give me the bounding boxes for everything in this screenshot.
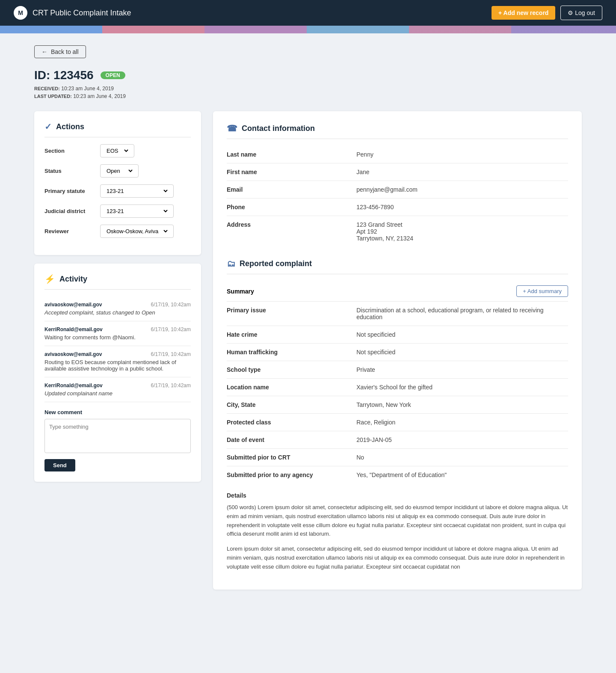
complaint-section-title: 🗂 Reported complaint (227, 259, 568, 274)
record-id-prefix: ID: (34, 68, 50, 82)
actions-icon: ✓ (44, 122, 52, 132)
right-card: ☎ Contact information Last name Penny Fi… (213, 111, 582, 590)
back-arrow-icon: ← (41, 48, 47, 55)
status-select-wrapper[interactable]: Open Closed Pending (100, 164, 139, 178)
activity-item: KerriRonald@email.gov 6/17/19, 10:42am U… (44, 377, 191, 402)
complaint-row: Hate crime Not specificied (227, 326, 568, 344)
contact-label: Last name (227, 146, 356, 163)
complaint-row: School type Private (227, 361, 568, 379)
activity-card: ⚡ Activity avivaoskow@email.gov 6/17/19,… (34, 264, 201, 482)
details-label: Details (227, 492, 568, 499)
activity-time: 6/17/19, 10:42am (151, 326, 191, 332)
add-new-record-button[interactable]: + Add new record (492, 6, 555, 20)
complaint-field-value: Tarrytown, New York (356, 396, 568, 414)
right-column: ☎ Contact information Last name Penny Fi… (213, 111, 582, 590)
app-title: CRT Public Complaint Intake (33, 9, 131, 18)
complaint-field-label: Primary issue (227, 302, 356, 326)
activity-user: KerriRonald@email.gov (44, 326, 103, 332)
activity-text: Updated complainant name (44, 390, 191, 397)
complaint-row: Submitted pior to CRT No (227, 449, 568, 466)
activity-meta: KerriRonald@email.gov 6/17/19, 10:42am (44, 326, 191, 332)
primary-statute-label: Primary statute (44, 188, 100, 194)
status-label: Status (44, 168, 100, 174)
contact-row-address: Address 123 Grand Street Apt 192 Tarryto… (227, 216, 568, 247)
activity-title-text: Activity (59, 275, 87, 284)
complaint-field-label: City, State (227, 396, 356, 414)
complaint-row: Primary issue Discrimination at a school… (227, 302, 568, 326)
status-badge: OPEN (101, 71, 125, 79)
record-id-row: ID: 123456 OPEN (34, 68, 582, 82)
activity-user: KerriRonald@email.gov (44, 382, 103, 388)
activity-time: 6/17/19, 10:42am (151, 382, 191, 388)
complaint-table: Primary issue Discrimination at a school… (227, 302, 568, 483)
complaint-field-value: Race, Religion (356, 414, 568, 431)
section-label: Section (44, 148, 100, 154)
record-id: ID: 123456 (34, 68, 94, 82)
complaint-field-value: No (356, 449, 568, 466)
back-to-all-button[interactable]: ← Back to all (34, 45, 86, 58)
complaint-field-value: Xavier's School for the gifted (356, 379, 568, 396)
details-section: Details (500 words) Lorem ipsum dolor si… (227, 492, 568, 572)
contact-row-firstname: First name Jane (227, 163, 568, 181)
complaint-icon: 🗂 (227, 259, 235, 269)
judicial-district-label: Judicial district (44, 208, 100, 214)
complaint-row: Location name Xavier's School for the gi… (227, 379, 568, 396)
primary-statute-row: Primary statute 123-21 456-78 789-01 (44, 184, 191, 198)
reviewer-select-wrapper[interactable]: Oskow-Oskow, Aviva Smith, John (100, 225, 174, 238)
section-select[interactable]: EOS CRT Other (105, 147, 130, 154)
color-bar (0, 26, 616, 33)
activity-user: avivaoskow@email.gov (44, 351, 102, 357)
complaint-field-label: Submitted prior to any agency (227, 466, 356, 484)
complaint-row: Date of event 2019-JAN-05 (227, 431, 568, 449)
contact-icon: ☎ (227, 123, 237, 133)
activity-item: avivaoskow@email.gov 6/17/19, 10:42am Ro… (44, 346, 191, 377)
complaint-field-value: Not specificied (356, 344, 568, 361)
left-column: ✓ Actions Section EOS CRT Other Status (34, 111, 201, 482)
actions-card: ✓ Actions Section EOS CRT Other Status (34, 111, 201, 255)
activity-user: avivaoskow@email.gov (44, 302, 102, 308)
complaint-field-label: Hate crime (227, 326, 356, 344)
contact-label: Address (227, 216, 356, 247)
details-text-1: (500 words) Lorem ipsum dolor sit amet, … (227, 503, 568, 539)
reviewer-row: Reviewer Oskow-Oskow, Aviva Smith, John (44, 225, 191, 238)
header: M CRT Public Complaint Intake + Add new … (0, 0, 616, 26)
comment-textarea[interactable] (44, 419, 191, 453)
complaint-field-label: School type (227, 361, 356, 379)
contact-title-text: Contact information (242, 124, 315, 133)
complaint-field-label: Location name (227, 379, 356, 396)
complaint-field-label: Human trafficking (227, 344, 356, 361)
judicial-district-select[interactable]: 123-21 456-78 (105, 208, 169, 215)
logout-button[interactable]: ⚙ Log out (560, 6, 602, 20)
contact-label: Phone (227, 199, 356, 216)
details-text-2: Lorem ipsum dolor sit amet, consectetur … (227, 545, 568, 571)
complaint-title-text: Reported complaint (240, 259, 312, 268)
activity-item: avivaoskow@email.gov 6/17/19, 10:42am Ac… (44, 296, 191, 321)
summary-row: Summary + Add summary (227, 281, 568, 302)
section-select-wrapper[interactable]: EOS CRT Other (100, 144, 134, 157)
judicial-district-row: Judicial district 123-21 456-78 (44, 205, 191, 218)
updated-value: 10:23 am June 4, 2019 (73, 93, 126, 99)
complaint-field-label: Protected class (227, 414, 356, 431)
complaint-field-value: Discrimination at a school, educational … (356, 302, 568, 326)
header-right: + Add new record ⚙ Log out (492, 6, 602, 20)
contact-row-lastname: Last name Penny (227, 146, 568, 163)
add-summary-button[interactable]: + Add summary (516, 285, 568, 297)
contact-row-email: Email pennyjane@gmail.com (227, 181, 568, 199)
contact-value: 123 Grand Street Apt 192 Tarrytown, NY, … (356, 216, 568, 247)
judicial-district-select-wrapper[interactable]: 123-21 456-78 (100, 205, 174, 218)
received-meta: RECEIVED: 10:23 am June 4, 2019 (34, 86, 582, 92)
updated-label: LAST UPDATED: (34, 94, 72, 99)
record-id-value: 123456 (53, 68, 93, 82)
header-left: M CRT Public Complaint Intake (14, 6, 131, 20)
contact-table: Last name Penny First name Jane Email pe… (227, 146, 568, 247)
primary-statute-select[interactable]: 123-21 456-78 789-01 (105, 187, 169, 195)
complaint-row: Protected class Race, Religion (227, 414, 568, 431)
updated-meta: LAST UPDATED: 10:23 am June 4, 2019 (34, 93, 582, 99)
reviewer-select[interactable]: Oskow-Oskow, Aviva Smith, John (105, 228, 169, 235)
contact-value: Penny (356, 146, 568, 163)
send-button[interactable]: Send (44, 459, 75, 471)
main-content: ← Back to all ID: 123456 OPEN RECEIVED: … (0, 33, 616, 607)
activity-meta: avivaoskow@email.gov 6/17/19, 10:42am (44, 302, 191, 308)
primary-statute-select-wrapper[interactable]: 123-21 456-78 789-01 (100, 184, 174, 198)
status-select[interactable]: Open Closed Pending (105, 167, 134, 175)
